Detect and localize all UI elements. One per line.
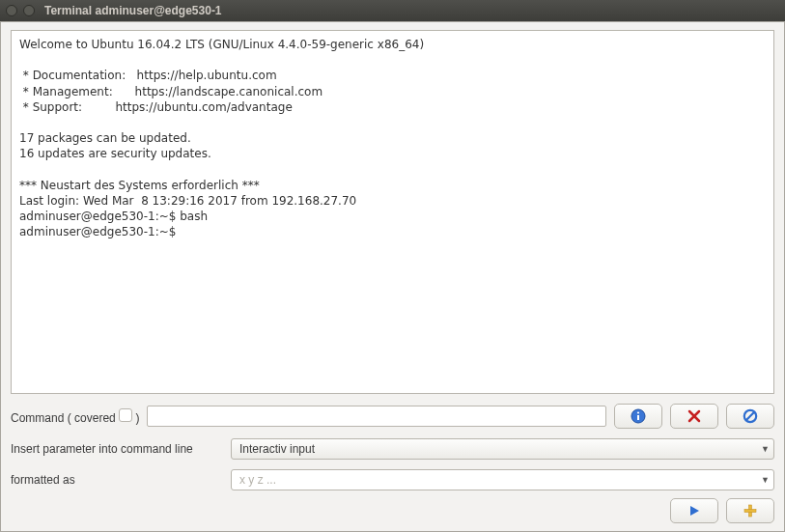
formatted-as-label: formatted as	[11, 473, 223, 487]
cross-icon	[687, 409, 701, 423]
minimize-window-button[interactable]	[23, 5, 35, 16]
close-window-button[interactable]	[6, 5, 17, 16]
formatted-as-placeholder: x y z ...	[239, 473, 276, 487]
add-button[interactable]	[726, 498, 774, 523]
svg-rect-1	[637, 415, 639, 420]
run-button[interactable]	[670, 498, 718, 523]
chevron-down-icon: ▼	[761, 475, 770, 485]
plus-icon	[743, 503, 758, 518]
insert-parameter-label: Insert parameter into command line	[11, 442, 223, 456]
covered-checkbox[interactable]	[119, 408, 132, 422]
insert-parameter-selected: Interactiv input	[239, 442, 315, 456]
formatted-as-select[interactable]: x y z ... ▼	[231, 469, 774, 490]
formatted-as-row: formatted as x y z ... ▼	[11, 469, 774, 490]
titlebar: Terminal adminuser@edge530-1	[0, 0, 785, 21]
info-icon	[631, 408, 646, 424]
no-entry-icon	[743, 408, 758, 424]
svg-line-6	[746, 412, 754, 420]
cancel-button[interactable]	[670, 404, 718, 429]
insert-parameter-select[interactable]: Interactiv input ▼	[231, 438, 774, 460]
command-input[interactable]	[147, 406, 606, 427]
window-body: Welcome to Ubuntu 16.04.2 LTS (GNU/Linux…	[0, 21, 785, 532]
insert-parameter-row: Insert parameter into command line Inter…	[11, 438, 774, 460]
bottom-actions	[11, 498, 774, 523]
window-title: Terminal adminuser@edge530-1	[44, 4, 222, 17]
command-row: Command ( covered )	[11, 404, 774, 429]
terminal-output[interactable]: Welcome to Ubuntu 16.04.2 LTS (GNU/Linux…	[11, 30, 774, 394]
chevron-down-icon: ▼	[761, 444, 770, 454]
command-label: Command ( covered )	[11, 408, 139, 425]
svg-marker-7	[690, 506, 699, 516]
play-icon	[687, 504, 701, 518]
svg-rect-9	[744, 510, 756, 513]
clear-button[interactable]	[726, 404, 774, 429]
info-button[interactable]	[614, 404, 662, 429]
svg-point-2	[637, 411, 639, 413]
